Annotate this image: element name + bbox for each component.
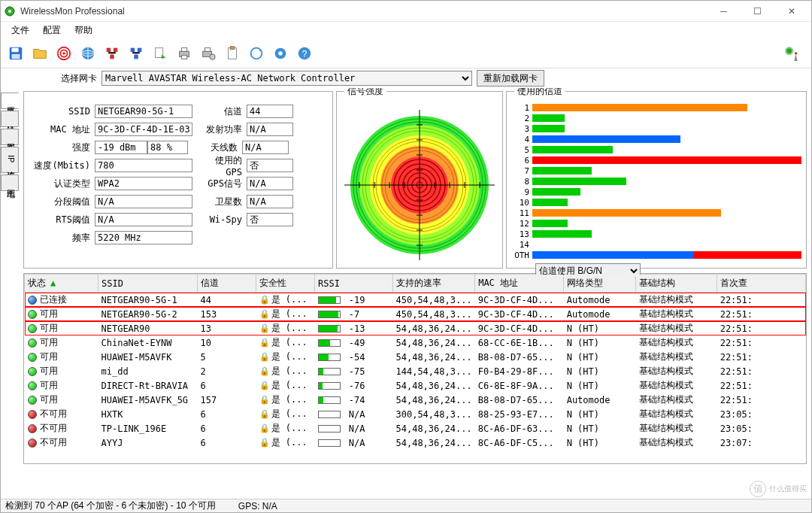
channel-label: 信道 bbox=[200, 105, 247, 118]
save-icon[interactable] bbox=[5, 43, 26, 64]
svg-rect-4 bbox=[12, 53, 20, 58]
nic-label: 选择网卡 bbox=[61, 72, 97, 85]
col-rssi[interactable]: RSSI bbox=[315, 275, 393, 293]
lock-icon: 🔒 bbox=[259, 423, 270, 433]
nic-row: 选择网卡 Marvell AVASTAR Wireless-AC Network… bbox=[1, 68, 811, 88]
col-rates[interactable]: 支持的速率 bbox=[393, 275, 475, 293]
svg-rect-14 bbox=[138, 47, 142, 51]
table-row[interactable]: 不可用TP-LINK_196E6🔒是 (... N/A54,48,36,24..… bbox=[25, 421, 806, 436]
minimize-button[interactable]: ─ bbox=[707, 1, 741, 22]
status-dot-icon bbox=[28, 324, 37, 333]
table-row[interactable]: 可用DIRECT-Rt-BRAVIA6🔒是 (... -7654,48,36,2… bbox=[25, 378, 806, 393]
maximize-button[interactable]: ☐ bbox=[741, 1, 774, 22]
help-icon[interactable]: ? bbox=[294, 43, 315, 64]
menu-file[interactable]: 文件 bbox=[5, 23, 35, 38]
channel-title: 使用的信道 bbox=[514, 88, 565, 98]
network2-icon[interactable] bbox=[126, 43, 147, 64]
table-row[interactable]: 可用mi_dd2🔒是 (... -75144,54,48,3...F0-B4-2… bbox=[25, 364, 806, 378]
world-icon[interactable] bbox=[77, 43, 98, 64]
nic-select[interactable]: Marvell AVASTAR Wireless-AC Network Cont… bbox=[102, 71, 472, 86]
status-dot-icon bbox=[28, 367, 37, 376]
ap-table[interactable]: 状态▲ SSID 信道 安全性 RSSI 支持的速率 MAC 地址 网络类型 基… bbox=[23, 273, 807, 464]
strength-pct: 88 % bbox=[147, 141, 188, 154]
sat-label: 卫星数 bbox=[200, 196, 247, 208]
col-mac[interactable]: MAC 地址 bbox=[475, 275, 564, 293]
settings-icon[interactable] bbox=[270, 43, 291, 64]
channel-panel: 使用的信道 1234567891011121314OTH 信道使用 B/G/N bbox=[506, 91, 807, 269]
col-channel[interactable]: 信道 bbox=[198, 275, 256, 293]
status-ap: 检测到 70 个AP (64 个加密 - 6 个未加密) - 10 个可用 bbox=[5, 499, 216, 512]
freq-value: 5220 MHz bbox=[95, 231, 192, 244]
speed-value: 780 bbox=[95, 159, 192, 172]
rts-label: RTS阈值 bbox=[30, 214, 95, 226]
svg-point-32 bbox=[795, 52, 797, 54]
channel-bar-row: 3 bbox=[511, 123, 801, 134]
info-panel: SSIDNETGEAR90-5G-1信道44 MAC 地址9C-3D-CF-4D… bbox=[23, 91, 333, 269]
status-dot-icon bbox=[28, 296, 37, 305]
antenna-icon[interactable] bbox=[777, 38, 807, 68]
window-title: WirelessMon Professional bbox=[20, 6, 707, 17]
lock-icon: 🔒 bbox=[259, 438, 270, 448]
col-infra[interactable]: 基础结构 bbox=[636, 275, 717, 293]
table-row[interactable]: 可用NETGEAR90-5G-2153🔒是 (... -7450,54,48,3… bbox=[25, 307, 806, 321]
svg-rect-15 bbox=[134, 54, 138, 59]
ssid-label: SSID bbox=[30, 106, 95, 117]
table-row[interactable]: 可用HUAWEI-M5AVFK5🔒是 (... -5454,48,36,24..… bbox=[25, 350, 806, 364]
freq-label: 频率 bbox=[30, 232, 95, 244]
network1-icon[interactable] bbox=[102, 43, 123, 64]
channel-bar-row: 12 bbox=[511, 218, 801, 229]
gpsused-label: 使用的GPS bbox=[200, 154, 247, 178]
status-dot-icon bbox=[28, 396, 37, 405]
col-ssid[interactable]: SSID bbox=[98, 275, 198, 293]
status-gps: GPS: N/A bbox=[238, 501, 277, 511]
channel-bar-row: 4 bbox=[511, 134, 801, 144]
table-row[interactable]: 已连接NETGEAR90-5G-144🔒是 (... -19450,54,48,… bbox=[25, 293, 806, 308]
channel-bar-row: 1 bbox=[511, 102, 801, 113]
print-setup-icon[interactable] bbox=[198, 43, 219, 64]
svg-point-7 bbox=[62, 52, 65, 55]
col-nettype[interactable]: 网络类型 bbox=[564, 275, 636, 293]
channel-value: 44 bbox=[247, 105, 293, 118]
table-row[interactable]: 可用HUAWEI-M5AVFK_5G157🔒是 (... -7454,48,36… bbox=[25, 393, 806, 407]
col-status[interactable]: 状态▲ bbox=[25, 275, 98, 293]
col-firstseen[interactable]: 首次查 bbox=[717, 275, 806, 293]
tab-graph[interactable]: 图形 bbox=[1, 129, 19, 145]
table-row[interactable]: 不可用HXTK6🔒是 (... N/A300,54,48,3...88-25-9… bbox=[25, 407, 806, 421]
svg-text:?: ? bbox=[302, 48, 308, 59]
svg-point-31 bbox=[786, 48, 792, 53]
rts-value: N/A bbox=[95, 213, 192, 226]
speed-label: 速度(Mbits) bbox=[30, 159, 95, 172]
clipboard-icon[interactable] bbox=[222, 43, 243, 64]
lock-icon: 🔒 bbox=[259, 338, 270, 348]
menu-config[interactable]: 配置 bbox=[37, 23, 67, 38]
channel-bar-row: 13 bbox=[511, 229, 801, 239]
channel-bar-row: 2 bbox=[511, 113, 801, 123]
svg-rect-19 bbox=[181, 55, 186, 59]
lock-icon: 🔒 bbox=[259, 366, 270, 376]
tab-map[interactable]: 地图 bbox=[1, 175, 19, 191]
tab-summary[interactable]: 概要 bbox=[1, 93, 19, 109]
open-icon[interactable] bbox=[29, 43, 50, 64]
reload-nic-button[interactable]: 重新加载网卡 bbox=[477, 70, 544, 87]
refresh-icon[interactable] bbox=[246, 43, 267, 64]
table-row[interactable]: 可用ChinaNet-EYNW10🔒是 (... -4954,48,36,24.… bbox=[25, 335, 806, 350]
export-icon[interactable] bbox=[150, 43, 171, 64]
lock-icon: 🔒 bbox=[259, 381, 270, 390]
tab-stats[interactable]: 统计 bbox=[1, 111, 19, 127]
tab-ipconn[interactable]: IP 连接 bbox=[1, 147, 19, 173]
side-tabs: 概要 统计 图形 IP 连接 地图 bbox=[1, 88, 19, 500]
toolbar: ? bbox=[1, 38, 811, 68]
table-row[interactable]: 不可用AYYJ6🔒是 (... N/A54,48,36,24...8C-A6-D… bbox=[25, 436, 806, 450]
table-row[interactable]: 可用NETGEAR9013🔒是 (... -1354,48,36,24...9C… bbox=[25, 321, 806, 335]
col-security[interactable]: 安全性 bbox=[256, 275, 315, 293]
channel-bar-row: 6 bbox=[511, 155, 801, 165]
print-icon[interactable] bbox=[174, 43, 195, 64]
txpow-value: N/A bbox=[247, 123, 293, 136]
menubar: 文件 配置 帮助 bbox=[1, 22, 811, 38]
menu-help[interactable]: 帮助 bbox=[68, 23, 98, 38]
ssid-value: NETGEAR90-5G-1 bbox=[95, 105, 192, 118]
signal-title: 信号强度 bbox=[344, 88, 386, 98]
close-button[interactable]: ✕ bbox=[774, 1, 808, 22]
auth-label: 认证类型 bbox=[30, 178, 95, 190]
target-icon[interactable] bbox=[53, 43, 74, 64]
